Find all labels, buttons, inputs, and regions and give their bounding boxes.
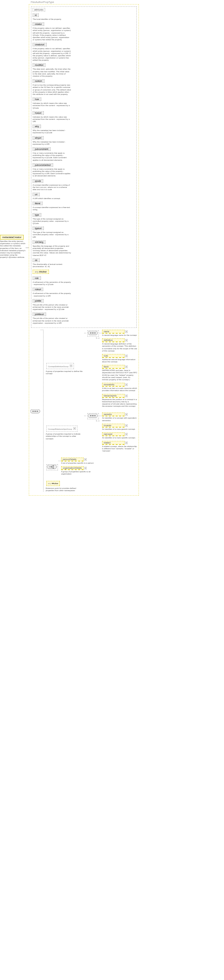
child-desc: An identifier of a more generic concept. [102, 428, 137, 430]
attr-desc: Why the metadata has been included - exp… [33, 141, 71, 145]
expand-icon[interactable] [125, 383, 128, 386]
expand-icon[interactable] [125, 355, 128, 357]
attr-literal: literal [33, 202, 43, 205]
attr-desc: Indicates by which means the value was e… [33, 116, 71, 123]
attr-id: id [33, 13, 39, 17]
attr-why: why [33, 125, 41, 128]
root-element: metadataCreator [0, 235, 24, 240]
child-name: name [102, 330, 125, 334]
concept-definition-group: ConceptDefinitionGroup [46, 363, 74, 369]
child-desc: Additional natural language information … [102, 358, 137, 363]
attr-desc: The job title of the person who created … [33, 304, 71, 311]
attr-desc: The local identifier of the property. [33, 18, 71, 21]
attr-desc: Why the metadata has been included - exp… [33, 129, 71, 134]
attr-desc: If set to true the corresponding propert… [33, 84, 71, 95]
child-facet: facet [102, 365, 125, 369]
extension-desc: Extension point for provider-defined pro… [46, 487, 84, 492]
attr-desc: If the property value is not defined, sp… [33, 27, 71, 41]
child-note: note [102, 354, 125, 358]
attr-uri: uri [33, 192, 40, 196]
attr-desc: Specifies the language of this property … [33, 245, 71, 256]
attr-desc: The date (and, optionally, the time) whe… [33, 68, 71, 77]
child-desc: A related concept, where the relationshi… [102, 445, 137, 452]
attr-desc: The type of the concept assigned as cont… [33, 218, 71, 225]
expand-icon[interactable] [84, 458, 87, 461]
type-label: FlexAuthorPropType [29, 0, 56, 4]
sequence-icon [30, 409, 41, 414]
expand-icon[interactable] [125, 442, 128, 444]
child-personDetails: personDetails [61, 458, 83, 461]
attr-howuri: howuri [33, 111, 44, 115]
child-sameAs: sameAs [102, 412, 125, 416]
child-hierarchyInfo: hierarchyInfo [102, 394, 125, 398]
child-related: related [102, 441, 125, 445]
root-desc: Specifies the entity (person, organisati… [0, 240, 26, 259]
child-desc: A natural language name for the concept. [102, 334, 137, 336]
attr-desc: One or many constraints that apply to pu… [33, 168, 71, 177]
attr-desc: A refinement of the semantics of the pro… [33, 281, 71, 286]
attr-desc: The type of the concept assigned as cont… [33, 231, 71, 239]
sequence-icon [88, 331, 98, 336]
attr-creator: creator [33, 22, 44, 26]
expand-icon[interactable] [125, 366, 128, 368]
attr-jobtitle: jobtitle [33, 299, 43, 302]
diagram: metadataCreator Specifies the entity (pe… [0, 0, 224, 496]
attr-type: type [33, 213, 41, 216]
expand-icon[interactable] [125, 413, 128, 416]
attr-desc: A refinement of the semantics of the pro… [33, 293, 71, 297]
attr-jobtitleuri: jobtitleuri [33, 312, 46, 316]
attr-desc: The directionality of textual content (e… [33, 263, 71, 268]
attr-dir: dir [33, 258, 40, 262]
expand-icon[interactable] [84, 467, 87, 469]
extension-any: any##other [46, 481, 60, 486]
child-desc: A set of properties specific to a person [61, 462, 96, 464]
child-desc: A group of properties specific to an org… [61, 471, 96, 475]
attr-xmllang: xml:lang [33, 240, 45, 244]
choice-icon [47, 465, 57, 469]
sequence-icon [88, 414, 98, 418]
child-definition: definition [102, 338, 125, 342]
attr-pubconstraint: pubconstraint [33, 147, 51, 151]
relationships-group-desc: A group of properties required to indica… [46, 433, 84, 440]
child-desc: An identifier of a more specific concept… [102, 437, 137, 439]
definition-group-desc: A group of properties required to define… [46, 370, 84, 375]
expand-icon[interactable] [125, 433, 128, 436]
attr-how: how [33, 97, 41, 101]
attr-desc: If the property value is not defined, sp… [33, 48, 71, 61]
attr-creatoruri: creatoruri [33, 43, 47, 46]
expand-icon[interactable] [73, 427, 76, 430]
attr-modified: modified [33, 63, 45, 67]
any-other-attr: any##other [33, 270, 49, 274]
expand-icon[interactable] [125, 424, 128, 427]
range: 0..∞ [87, 337, 99, 339]
type-contour: attributes idThe local identifier of the… [29, 4, 139, 496]
attr-desc: Indicates by which means the value was e… [33, 102, 71, 109]
attr-pubconstrainturi: pubconstrainturi [33, 163, 53, 167]
attributes-group: attributes idThe local identifier of the… [31, 6, 137, 328]
attributes-label: attributes [33, 8, 45, 11]
attr-roleuri: roleuri [33, 288, 43, 291]
child-narrower: narrower [102, 432, 125, 436]
child-broader: broader [102, 424, 125, 428]
attr-desc: A concept identifier expressed as a stri… [33, 184, 71, 191]
child-desc: A link to an item or a web resource whic… [102, 387, 137, 392]
attr-desc: A URI which identifies a concept. [33, 197, 71, 200]
child-desc: An identifier of a concept with equivale… [102, 417, 137, 422]
attr-desc: The job title of the person who created … [33, 317, 71, 325]
attr-desc: One or many constraints that apply to pu… [33, 152, 71, 161]
range: 0..∞ [87, 420, 99, 422]
attr-qcode: qcode [33, 179, 43, 183]
child-desc: Represents the position of a concept in … [102, 398, 137, 408]
child-organisationDetails: organisationDetails [61, 466, 83, 470]
attr-typeuri: typeuri [33, 226, 44, 230]
concept-relationships-group: ConceptRelationshipsGroup [46, 426, 77, 432]
expand-icon[interactable] [125, 339, 128, 342]
expand-icon[interactable] [70, 364, 72, 367]
expand-icon[interactable] [125, 330, 128, 333]
child-desc: DEPRECATED and later: facet is deprecate… [102, 369, 137, 381]
expand-icon[interactable] [125, 395, 128, 397]
attr-desc: A concept identifier expressed as a free… [33, 207, 71, 211]
attr-custom: custom [33, 79, 45, 83]
attr-whyuri: whyuri [33, 136, 43, 140]
attr-role: role [33, 277, 41, 280]
